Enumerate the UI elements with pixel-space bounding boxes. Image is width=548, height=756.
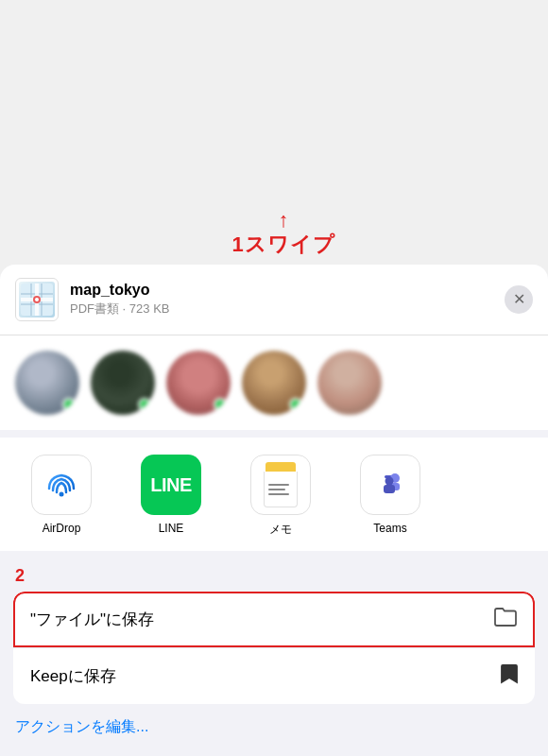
action-list: "ファイル"に保存 Keepに保存 [13,592,535,704]
airdrop-icon-svg [44,468,78,502]
edit-actions-button[interactable]: アクションを編集... [0,704,548,756]
edit-actions-label: アクションを編集... [15,718,148,734]
avatar[interactable] [166,351,231,415]
people-row [0,335,548,438]
swipe-hint: ↑ 1スワイプ [9,210,548,259]
avatar[interactable] [317,351,382,415]
svg-rect-14 [384,485,395,493]
file-header: map_tokyo PDF書類 · 723 KB ✕ [0,265,548,335]
online-indicator [138,398,151,411]
share-sheet: map_tokyo PDF書類 · 723 KB ✕ [0,265,548,756]
avatar[interactable] [91,351,155,415]
memo-icon-wrap [261,462,300,507]
online-indicator [214,398,227,411]
share-sheet-container: ↑ 1スワイプ [0,210,548,756]
swipe-arrow-icon: ↑ [279,210,289,231]
section-number: 2 [0,558,548,592]
airdrop-label: AirDrop [43,522,81,535]
online-indicator [289,398,302,411]
file-info: map_tokyo PDF書類 · 723 KB [70,282,505,318]
teams-label: Teams [373,522,406,535]
close-icon: ✕ [513,292,525,307]
line-label: LINE [159,522,184,535]
file-icon [15,278,59,321]
file-name: map_tokyo [70,282,505,299]
avatar[interactable] [242,351,306,415]
close-button[interactable]: ✕ [505,285,533,314]
line-icon-text: LINE [150,474,192,496]
airdrop-icon-bg [31,455,92,515]
save-keep-label: Keepに保存 [30,665,116,687]
app-item-memo[interactable]: メモ [229,455,333,538]
online-indicator [62,398,76,411]
file-meta: PDF書類 · 723 KB [70,301,505,318]
save-keep-button[interactable]: Keepに保存 [13,647,535,704]
save-files-label: "ファイル"に保存 [30,609,154,630]
app-item-airdrop[interactable]: AirDrop [9,455,113,535]
bookmark-icon [501,663,518,689]
save-files-button[interactable]: "ファイル"に保存 [13,592,535,647]
teams-icon-svg [371,466,409,504]
apps-row: AirDrop LINE LINE [0,438,548,558]
svg-point-9 [60,492,64,497]
teams-icon-bg [360,455,420,515]
avatar[interactable] [15,351,79,415]
memo-label: メモ [269,522,292,538]
app-item-line[interactable]: LINE LINE [119,455,223,535]
folder-icon [493,607,518,632]
line-icon-bg: LINE [141,455,201,515]
memo-top [265,462,296,472]
memo-body [264,472,298,507]
app-item-teams[interactable]: Teams [338,455,442,535]
svg-point-15 [385,477,394,486]
memo-icon-bg [250,455,311,515]
svg-point-8 [35,298,39,301]
map-icon-svg [21,284,53,316]
swipe-label: 1スワイプ [231,231,334,259]
